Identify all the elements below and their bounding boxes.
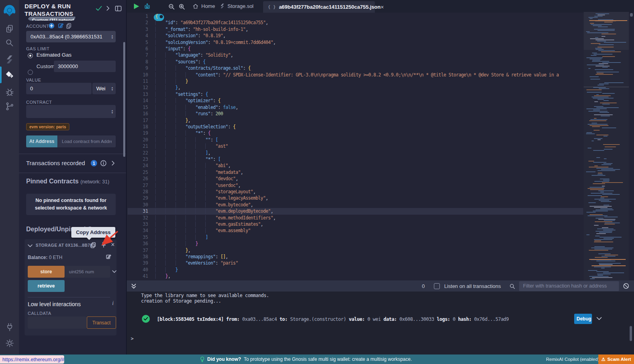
code-line[interactable]: 30 "evm.bytecode",: [128, 202, 583, 208]
contract-select[interactable]: ▴▾: [26, 105, 116, 118]
code-line[interactable]: 36 }: [128, 240, 583, 247]
minimap[interactable]: [584, 12, 629, 284]
scam-alert-badge[interactable]: ⚠ Scam Alert: [598, 354, 634, 364]
account-select[interactable]: 0xA03...85ac4 (0.39866531531 ▴▾: [26, 31, 116, 42]
code-line[interactable]: 14 "optimizer": {: [128, 97, 583, 104]
tab-json-active[interactable]: { } a69b43f277ba20fcac141151250ca755.jso…: [263, 1, 375, 13]
transact-button[interactable]: Transact: [87, 316, 116, 329]
store-arg-input[interactable]: [65, 266, 110, 278]
expand-transactions-chevron-icon[interactable]: [111, 160, 115, 166]
clear-terminal-icon[interactable]: [623, 283, 629, 289]
code-line[interactable]: 3 "_format": "hh-sol-build-info-1",: [128, 26, 583, 32]
code-line[interactable]: 41 },: [128, 273, 583, 279]
terminal-search-icon[interactable]: [509, 283, 515, 289]
code-line[interactable]: 28 "storageLayout",: [128, 189, 583, 195]
copy-address-icon[interactable]: [90, 242, 96, 248]
sidebar-item-settings[interactable]: [0, 335, 19, 351]
code-line[interactable]: 11 }: [128, 78, 583, 84]
custom-gas-input[interactable]: [54, 61, 116, 72]
remix-logo[interactable]: [0, 2, 19, 21]
code-line[interactable]: 17 },: [128, 117, 583, 124]
url-preview-text: https://remix.ethereum.org/#: [2, 357, 64, 362]
terminal-scrollbar[interactable]: [630, 326, 632, 341]
sidebar-item-search[interactable]: [0, 35, 19, 51]
listen-checkbox[interactable]: [434, 283, 440, 289]
code-line[interactable]: 2 "id": "a69b43f277ba20fcac141151250ca75…: [128, 19, 583, 26]
value-unit-select[interactable]: Wei ▴▾: [92, 83, 116, 94]
code-line[interactable]: 13 "settings": {: [128, 91, 583, 97]
value-input[interactable]: [26, 83, 92, 94]
code-line[interactable]: 32 "evm.methodIdentifiers",: [128, 215, 583, 221]
code-line[interactable]: 9 "contracts/Storage.sol": {: [128, 65, 583, 71]
at-address-input[interactable]: [58, 135, 116, 147]
custom-gas-radio[interactable]: [28, 70, 33, 75]
expand-tx-chevron-icon[interactable]: [596, 317, 602, 320]
code-line[interactable]: 27 "userdoc",: [128, 182, 583, 189]
store-button[interactable]: store: [28, 266, 65, 278]
code-line[interactable]: 23 "*": [: [128, 156, 583, 162]
collapse-panel-chevron-icon[interactable]: [106, 6, 110, 11]
code-line[interactable]: 21 "ast": [128, 143, 583, 149]
code-line[interactable]: 7 "language": "Solidity",: [128, 52, 583, 58]
transaction-filter-input[interactable]: [519, 281, 619, 291]
sidebar-item-file-explorer[interactable]: [0, 21, 19, 37]
tab-storage-sol[interactable]: Storage.sol: [220, 3, 254, 9]
code-line[interactable]: 24 "abi",: [128, 162, 583, 169]
sidebar-item-solidity-compiler[interactable]: [0, 51, 19, 67]
code-line[interactable]: 20 "": [: [128, 137, 583, 143]
create-account-icon[interactable]: [48, 23, 55, 30]
tab-home[interactable]: Home: [193, 3, 215, 9]
sidebar-item-debugger[interactable]: [0, 84, 19, 100]
code-line[interactable]: 35 ]: [128, 234, 583, 240]
estimated-gas-radio[interactable]: [28, 53, 33, 58]
code-line[interactable]: 34 "evm.assembly": [128, 227, 583, 234]
debug-button[interactable]: Debug: [574, 314, 592, 324]
pin-side-panel-icon[interactable]: [115, 5, 122, 12]
copilot-status[interactable]: RemixAI Copilot (enabled): [546, 354, 599, 364]
zoom-in-icon[interactable]: [178, 3, 185, 10]
copy-account-icon[interactable]: [66, 23, 72, 29]
code-line[interactable]: 25 "metadata",: [128, 169, 583, 175]
at-address-button[interactable]: At Address: [26, 135, 57, 147]
code-line[interactable]: 29 "evm.legacyAssembly",: [128, 195, 583, 201]
editor-scrollbar[interactable]: [630, 13, 633, 17]
code-line[interactable]: 4 "solcVersion": "0.8.19",: [128, 32, 583, 39]
code-line[interactable]: 40 }: [128, 267, 583, 273]
expand-store-args-chevron-icon[interactable]: [112, 270, 116, 273]
calldata-input[interactable]: [28, 316, 86, 329]
code-line[interactable]: 37 },: [128, 247, 583, 253]
terminal-prompt[interactable]: >: [131, 336, 134, 341]
sign-message-icon[interactable]: [57, 23, 64, 29]
code-line[interactable]: 8 "sources": {: [128, 59, 583, 65]
panel-scrollbar[interactable]: [123, 42, 125, 157]
code-line[interactable]: 15 "enabled": false,: [128, 104, 583, 111]
sidebar-item-deploy-and-run[interactable]: [0, 67, 19, 83]
code-line[interactable]: 38 "remappings": [],: [128, 253, 583, 260]
search-icon: [5, 38, 14, 48]
sidebar-item-git[interactable]: [0, 98, 19, 114]
close-tab-icon[interactable]: ×: [380, 4, 384, 10]
sidebar-item-plugin-manager[interactable]: [0, 319, 19, 335]
retrieve-button[interactable]: retrieve: [28, 280, 65, 292]
code-line[interactable]: 6 "input": {: [128, 46, 583, 52]
code-line[interactable]: 12 },: [128, 84, 583, 91]
code-line[interactable]: 26 "devdoc",: [128, 175, 583, 182]
code-line[interactable]: 33 "evm.gasEstimates",: [128, 221, 583, 227]
run-script-play-icon[interactable]: [134, 4, 139, 9]
code-line[interactable]: 22 ],: [128, 150, 583, 156]
tx-log-text[interactable]: [block:5583405 txIndex:4] from: 0xa03...…: [157, 316, 553, 322]
code-line[interactable]: 39 "evmVersion": "paris": [128, 260, 583, 266]
remix-ai-robot-icon[interactable]: [143, 3, 151, 10]
code-line[interactable]: 16 "runs": 200: [128, 111, 583, 117]
code-line[interactable]: 5 "solcLongVersion": "0.8.19+commit.7dd6…: [128, 39, 583, 46]
code-line[interactable]: 19 "*": {: [128, 130, 583, 136]
collapse-contract-chevron-icon[interactable]: [28, 244, 32, 248]
code-line[interactable]: 31 "evm.deployedBytecode",: [128, 208, 583, 214]
zoom-out-icon[interactable]: [168, 3, 175, 10]
code-line[interactable]: 10 "content": "// SPDX-License-Identifie…: [128, 72, 583, 78]
code-line[interactable]: 18 "outputSelection": {: [128, 124, 583, 130]
code-line[interactable]: 1{: [128, 13, 583, 19]
code-lines[interactable]: 1{2 "id": "a69b43f277ba20fcac141151250ca…: [128, 13, 583, 280]
expand-terminal-icon[interactable]: [131, 283, 136, 289]
edit-balance-icon[interactable]: [105, 254, 111, 260]
